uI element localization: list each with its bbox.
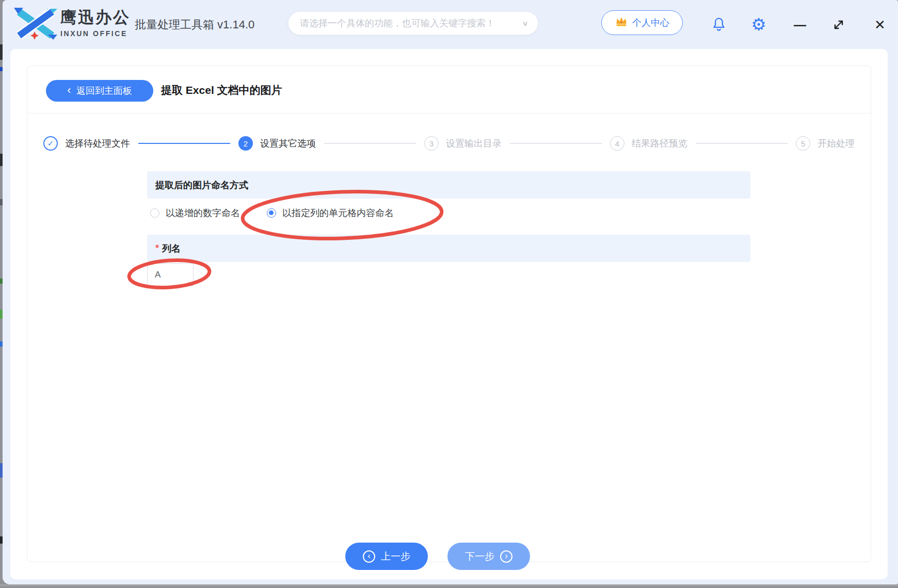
step-number: 4: [610, 136, 624, 151]
chevron-left-icon: ‹: [67, 85, 71, 96]
step-number: 5: [796, 136, 810, 151]
naming-section-header: 提取后的图片命名方式: [147, 171, 750, 199]
next-step-button[interactable]: 下一步 ›: [447, 543, 530, 570]
page-title: 提取 Excel 文档中的图片: [161, 83, 282, 97]
back-to-dashboard-button[interactable]: ‹ 返回到主面板: [46, 80, 153, 102]
radio-option-incremental-number[interactable]: 以递增的数字命名: [150, 207, 240, 219]
user-center-label: 个人中心: [632, 17, 669, 29]
app-title: 批量处理工具箱 v1.14.0: [135, 0, 254, 49]
close-button[interactable]: ✕: [869, 0, 891, 49]
step-number: 3: [424, 136, 439, 151]
function-search-box[interactable]: ∨: [288, 11, 538, 35]
notification-bell-icon[interactable]: [708, 0, 730, 49]
step-start-process: 5 开始处理: [796, 136, 855, 151]
minimize-button[interactable]: —: [789, 0, 811, 49]
previous-step-button[interactable]: ‹ 上一步: [345, 543, 428, 570]
maximize-restore-icon[interactable]: [827, 0, 850, 49]
required-asterisk: *: [155, 243, 159, 254]
radio-option-cell-content[interactable]: 以指定列的单元格内容命名: [267, 207, 394, 219]
radio-circle-checked[interactable]: [267, 208, 276, 218]
circle-arrow-left-icon: ‹: [363, 550, 375, 563]
wizard-footer: ‹ 上一步 下一步 ›: [0, 543, 887, 570]
top-bar: 鹰迅办公 INXUN OFFICE 批量处理工具箱 v1.14.0 ∨ 个人中心: [3, 0, 898, 49]
circle-arrow-right-icon: ›: [500, 550, 512, 563]
card-header-divider: [27, 113, 871, 113]
search-input[interactable]: [300, 18, 518, 29]
step-connector: [510, 143, 602, 144]
next-step-label: 下一步: [465, 550, 494, 563]
step-select-files: ✓ 选择待处理文件: [43, 136, 130, 151]
column-name-input[interactable]: [147, 263, 194, 286]
settings-gear-icon[interactable]: ⚙: [747, 0, 770, 49]
step-connector: [324, 143, 416, 144]
naming-radio-group: 以递增的数字命名 以指定列的单元格内容命名: [150, 204, 394, 222]
chevron-down-icon[interactable]: ∨: [522, 19, 528, 28]
step-set-options: 2 设置其它选项: [238, 136, 316, 151]
step-result-preview: 4 结果路径预览: [610, 136, 687, 151]
brand-block: 鹰迅办公 INXUN OFFICE: [60, 8, 131, 38]
column-name-label: 列名: [162, 242, 181, 255]
wizard-stepper: ✓ 选择待处理文件 2 设置其它选项 3 设置输出目录 4 结果路径预览 5 开…: [43, 136, 855, 151]
brand-name: 鹰迅办公: [60, 8, 131, 27]
brand-subtitle: INXUN OFFICE: [60, 29, 131, 38]
step-connector: [138, 143, 230, 144]
column-name-section-header: * 列名: [147, 235, 750, 262]
step-number: 2: [238, 136, 253, 151]
radio-circle-unchecked[interactable]: [150, 208, 159, 218]
app-logo-icon: [14, 7, 57, 43]
user-center-button[interactable]: 个人中心: [601, 10, 683, 35]
step-check-icon: ✓: [43, 136, 58, 151]
step-output-dir: 3 设置输出目录: [424, 136, 502, 151]
previous-step-label: 上一步: [381, 550, 410, 563]
back-button-label: 返回到主面板: [76, 85, 132, 97]
step-connector: [696, 143, 788, 144]
desktop-bottom-edge: [0, 584, 898, 588]
crown-icon: [615, 16, 628, 29]
screen: 鹰迅办公 INXUN OFFICE 批量处理工具箱 v1.14.0 ∨ 个人中心: [0, 0, 898, 588]
